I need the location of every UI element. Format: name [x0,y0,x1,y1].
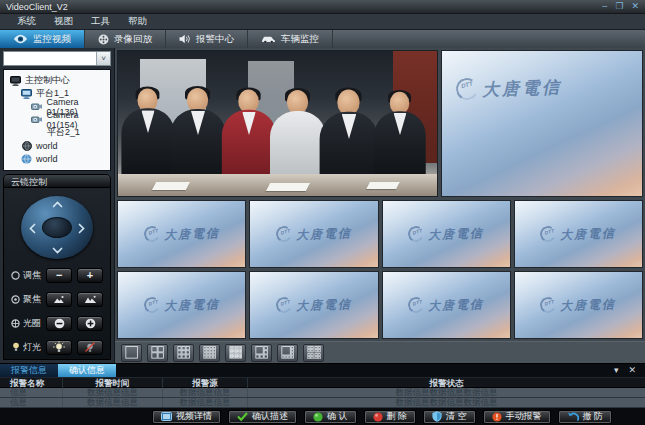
watermark-text: 大唐電信 [163,296,220,315]
menu-item[interactable]: 帮助 [119,15,156,28]
video-tile[interactable]: DTT 大唐電信 [441,50,643,197]
alarm-action-button[interactable]: 视频详情 [152,410,221,424]
cell-alarm-time: 数据信息信息 [62,398,162,407]
tree-item-icon [31,127,44,138]
menu-item[interactable]: 系统 [8,15,45,28]
window-control-button[interactable]: ✕ [631,2,639,11]
dtt-logo-icon: DTT [274,295,293,314]
window-control-button[interactable]: ❐ [615,2,623,11]
layout-split-button[interactable] [147,344,168,362]
device-tree: 主控制中心 平台1_1 Camera 01(136) Camer [3,69,111,171]
watermark-text: 大唐電信 [296,225,353,244]
alarm-action-button[interactable]: 手动报警 [483,410,551,424]
video-top-row: DTT 大唐電信 [117,50,643,197]
video-tile[interactable]: DTT 大唐電信 [249,271,378,339]
ptz-dpad[interactable] [21,196,93,259]
dtt-logo-icon: DTT [142,295,161,314]
ptz-center-knob[interactable] [42,217,72,238]
ptz-row-label: 聚焦 [23,293,41,306]
tree-item-icon [31,114,44,125]
ptz-down-arrow[interactable] [52,247,63,254]
ptz-right-arrow[interactable] [78,223,85,234]
alarm-tab[interactable]: 确认信息 [58,364,116,377]
screen-layout-bar [115,341,645,363]
ptz-row-icon [11,295,20,304]
layout-split-button[interactable] [251,344,272,362]
watermark-text: 大唐電信 [163,225,220,244]
nav-tab[interactable]: 车辆监控 [248,30,333,48]
tree-item[interactable]: world [4,152,110,165]
menu-item[interactable]: 视图 [45,15,82,28]
nav-tab-icon [179,34,191,44]
alarm-action-button[interactable]: 删 除 [364,410,417,424]
ptz-increase-button[interactable] [77,316,103,331]
combo-dropdown-icon[interactable]: ˅ [96,52,110,65]
layout-split-button[interactable] [121,344,142,362]
window-control-button[interactable]: – [602,2,607,11]
ptz-up-arrow[interactable] [52,201,63,208]
dtt-logo-icon: DTT [406,224,425,243]
ptz-row-icon [11,342,20,352]
layout-split-button[interactable] [303,344,324,362]
main-video-cell[interactable] [117,50,438,197]
device-combo-input[interactable] [4,52,96,65]
layout-split-button[interactable] [277,344,298,362]
ptz-increase-button[interactable]: + [77,268,103,283]
ptz-decrease-button[interactable]: − [46,268,72,283]
dtt-logo-icon: DTT [539,295,558,314]
dtt-logo-icon: DTT [142,224,161,243]
person-figure [374,92,426,180]
video-grid-area: DTT 大唐電信 DTT 大唐電信 [115,48,645,341]
ptz-decrease-button[interactable] [46,292,72,307]
alarm-action-button[interactable]: 撤 防 [558,410,613,424]
tree-item-icon [20,153,33,164]
video-tile[interactable]: DTT 大唐電信 [514,200,643,268]
video-tile[interactable]: DTT 大唐電信 [514,271,643,339]
ptz-decrease-button[interactable] [46,316,72,331]
ptz-increase-button[interactable] [77,292,103,307]
dtt-logo-icon: DTT [454,75,481,102]
tree-item[interactable]: 主控制中心 [4,74,110,87]
tree-item[interactable]: Camera 01(154) [4,113,110,126]
video-tile[interactable]: DTT 大唐電信 [382,200,511,268]
alarm-action-button[interactable]: 确 认 [304,410,357,424]
video-content: DTT 大唐電信 DTT 大唐電信 [115,48,645,363]
sidebar: ˅ 主控制中心 平台1_1 Camera [0,48,115,363]
ptz-decrease-button[interactable] [46,340,72,355]
ptz-left-arrow[interactable] [29,223,36,234]
collapse-panel-icon[interactable]: ▾ [614,366,619,375]
layout-split-button[interactable] [199,344,220,362]
video-tile[interactable]: DTT 大唐電信 [117,200,246,268]
close-panel-icon[interactable]: ✕ [628,366,636,375]
alarm-panel: 报警信息确认信息 ▾ ✕ 报警名称报警时间报警源报警状态 信息 数据信息信息 数… [0,363,645,425]
nav-tab[interactable]: 录像回放 [85,30,166,48]
layout-split-button[interactable] [173,344,194,362]
nav-tab[interactable]: 报警中心 [166,30,248,48]
ptz-increase-button[interactable] [77,340,103,355]
window-title: VideoClient_V2 [6,2,68,12]
button-label: 手动报警 [506,410,542,423]
video-tile[interactable]: DTT 大唐電信 [117,271,246,339]
nav-tab-label: 车辆监控 [281,33,319,46]
watermark-text: 大唐電信 [560,296,617,315]
watermark-text: 大唐電信 [296,296,353,315]
video-tile[interactable]: DTT 大唐電信 [382,271,511,339]
menu-item[interactable]: 工具 [82,15,119,28]
ptz-row-label: 光圈 [23,317,41,330]
alarm-action-button[interactable]: 确认描述 [228,410,297,424]
alarm-action-button[interactable]: 清 空 [423,410,476,424]
nav-tab-label: 报警中心 [196,33,234,46]
table-row[interactable]: 信息 数据信息信息 数据信息信息 数据信息数据信息数据信息 [0,398,645,408]
video-tile[interactable]: DTT 大唐電信 [249,200,378,268]
nav-tab[interactable]: 监控视频 [0,30,85,48]
dtt-logo-icon: DTT [274,224,293,243]
ptz-rows: 调焦 − + 聚焦 [4,263,110,359]
video-tile-grid: DTT 大唐電信 DTT 大唐電信 [117,200,643,339]
layout-split-button[interactable] [225,344,246,362]
table-row[interactable]: 信息 数据信息信息 数据信息信息 数据信息数据信息数据信息 [0,388,645,398]
alarm-table-header: 报警名称报警时间报警源报警状态 [0,377,645,388]
cell-alarm-name: 信息 [0,398,62,407]
tree-item[interactable]: world [4,139,110,152]
alarm-tab[interactable]: 报警信息 [0,364,58,377]
alarm-action-bar: 视频详情 确认描述 确 认 删 除 [0,408,645,425]
